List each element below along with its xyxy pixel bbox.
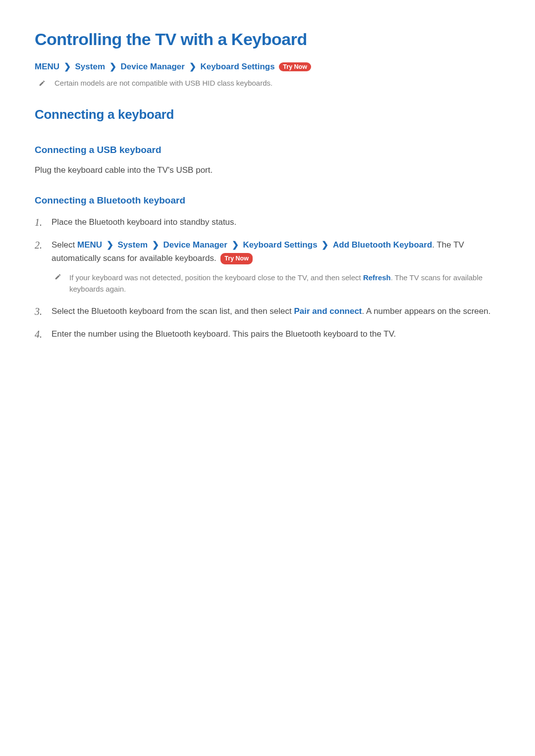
step-2-note: If your keyboard was not detected, posit… (52, 272, 500, 295)
step-3-highlight: Pair and connect (294, 306, 362, 316)
step-3-pre: Select the Bluetooth keyboard from the s… (52, 306, 294, 316)
pencil-icon (54, 273, 61, 280)
top-note: Certain models are not compatible with U… (35, 79, 500, 87)
bluetooth-steps: Place the Bluetooth keyboard into standb… (35, 216, 500, 341)
step-2-prefix: Select (52, 240, 77, 250)
breadcrumb-item: Device Manager (163, 240, 227, 250)
step-2-breadcrumb: MENU ❯ System ❯ Device Manager ❯ Keyboar… (77, 240, 432, 250)
page-title: Controlling the TV with a Keyboard (35, 30, 500, 49)
step-2-note-text: If your keyboard was not detected, posit… (69, 272, 500, 295)
try-now-badge[interactable]: Try Now (220, 253, 253, 264)
chevron-right-icon: ❯ (189, 61, 196, 72)
usb-subtitle: Connecting a USB keyboard (35, 145, 500, 155)
breadcrumb-item: MENU (77, 240, 102, 250)
note-highlight: Refresh (363, 273, 391, 282)
step-1-text: Place the Bluetooth keyboard into standb… (52, 217, 236, 227)
breadcrumb-top: MENU ❯ System ❯ Device Manager ❯ Keyboar… (35, 61, 500, 72)
step-1: Place the Bluetooth keyboard into standb… (35, 216, 500, 229)
chevron-right-icon: ❯ (109, 61, 116, 72)
document-page: Controlling the TV with a Keyboard MENU … (0, 0, 535, 380)
chevron-right-icon: ❯ (107, 240, 113, 250)
step-3: Select the Bluetooth keyboard from the s… (35, 305, 500, 318)
breadcrumb-item: System (75, 62, 105, 71)
top-note-text: Certain models are not compatible with U… (54, 79, 272, 87)
bluetooth-subtitle: Connecting a Bluetooth keyboard (35, 195, 500, 206)
breadcrumb-item: Device Manager (120, 62, 184, 71)
breadcrumb-item: Keyboard Settings (243, 240, 317, 250)
breadcrumb-item: Keyboard Settings (200, 62, 274, 71)
breadcrumb-item: MENU (35, 62, 59, 71)
try-now-badge[interactable]: Try Now (279, 62, 311, 71)
chevron-right-icon: ❯ (321, 240, 328, 250)
chevron-right-icon: ❯ (64, 61, 71, 72)
pencil-icon (39, 80, 46, 87)
section-title: Connecting a keyboard (35, 107, 500, 122)
step-4: Enter the number using the Bluetooth key… (35, 328, 500, 341)
chevron-right-icon: ❯ (152, 240, 159, 250)
note-pre: If your keyboard was not detected, posit… (69, 273, 363, 282)
usb-body: Plug the keyboard cable into the TV's US… (35, 165, 500, 175)
breadcrumb-item: Add Bluetooth Keyboard (333, 240, 432, 250)
chevron-right-icon: ❯ (232, 240, 239, 250)
step-3-post: . A number appears on the screen. (362, 306, 491, 316)
breadcrumb-item: System (118, 240, 148, 250)
step-2: Select MENU ❯ System ❯ Device Manager ❯ … (35, 239, 500, 295)
step-4-text: Enter the number using the Bluetooth key… (52, 329, 396, 339)
